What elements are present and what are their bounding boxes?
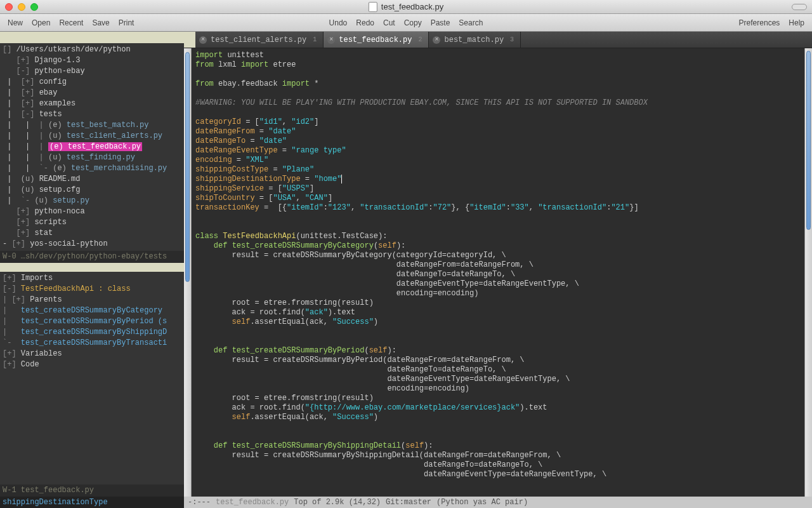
tab-number: 1	[313, 36, 317, 43]
toolbar-search[interactable]: Search	[459, 18, 483, 27]
tab-close-icon[interactable]: ×	[327, 36, 335, 44]
tree-item[interactable]: | `- (u) setup.py	[3, 196, 181, 206]
toolbar-recent[interactable]: Recent	[59, 18, 83, 27]
outline-panel[interactable]: [+] Imports[-] TestFeedbackhApi : class|…	[0, 272, 184, 485]
toolbar-new[interactable]: New	[8, 18, 23, 27]
outline-item[interactable]: | test_createDSRSummaryByShippingD	[3, 327, 181, 338]
tab-test_feedback-py[interactable]: ×test_feedback.py2	[324, 32, 429, 48]
outline-item[interactable]: [+] Code	[3, 359, 181, 370]
window-titlebar: test_feedback.py	[0, 0, 812, 14]
outline-item[interactable]: `- test_createDSRSummaryByTransacti	[3, 338, 181, 349]
tree-item[interactable]: | [-] tests	[3, 109, 181, 120]
tree-item[interactable]: | (u) README.md	[3, 174, 181, 185]
toolbar-redo[interactable]: Redo	[356, 18, 374, 27]
status-flags: -:---	[188, 498, 211, 507]
editor-scrollbar[interactable]	[804, 48, 812, 497]
tree-item[interactable]: | [+] ebay	[3, 88, 181, 98]
tree-item[interactable]: | (u) setup.cfg	[3, 185, 181, 196]
tree-item[interactable]: | [+] examples	[3, 98, 181, 109]
sidebar-scrollbar[interactable]	[184, 48, 192, 497]
outline-item[interactable]: [+] Imports	[3, 273, 181, 284]
tree-item[interactable]: [+] python-noca	[3, 206, 181, 217]
status-filename: test_feedback.py	[216, 498, 289, 507]
outline-item[interactable]: | test_createDSRSummaryByPeriod (s	[3, 316, 181, 327]
minimize-window-button[interactable]	[18, 3, 25, 11]
editor-panel: ×test_client_alerts.py1×test_feedback.py…	[184, 32, 812, 508]
tree-item[interactable]: | | | (u) test_client_alerts.py	[3, 131, 181, 142]
outline-item[interactable]: [-] TestFeedbackhApi : class	[3, 284, 181, 295]
minibuffer[interactable]: shippingDestinationType	[0, 497, 184, 508]
tree-item[interactable]: [-] python-ebay	[3, 66, 181, 77]
file-icon	[369, 2, 377, 12]
tree-item[interactable]: | | | (e) test_feedback.py	[3, 142, 181, 152]
tree-item[interactable]: [+] scripts	[3, 217, 181, 228]
tab-bar: ×test_client_alerts.py1×test_feedback.py…	[184, 32, 812, 48]
status-modes: (Python yas AC pair)	[436, 498, 528, 507]
toolbar-help[interactable]: Help	[789, 18, 804, 27]
close-window-button[interactable]	[5, 3, 13, 11]
editor-status-bar: -:--- test_feedback.py Top of 2.9k (14,3…	[184, 497, 812, 508]
window-title: test_feedback.py	[381, 2, 443, 11]
toolbar-open[interactable]: Open	[32, 18, 50, 27]
tab-label: test_feedback.py	[339, 36, 412, 44]
toolbar-print[interactable]: Print	[119, 18, 134, 27]
tab-test_client_alerts-py[interactable]: ×test_client_alerts.py1	[195, 32, 324, 48]
sidebar: [] /Users/utkarsh/dev/python [+] Django-…	[0, 32, 184, 508]
sidebar-status-w1: W-1 test_feedback.py	[0, 485, 184, 497]
tree-root[interactable]: [] /Users/utkarsh/dev/python	[3, 44, 181, 55]
sidebar-top-strip	[0, 32, 184, 43]
zoom-window-button[interactable]	[30, 3, 38, 11]
sidebar-divider	[0, 263, 184, 272]
toolbar-cut[interactable]: Cut	[383, 18, 395, 27]
tab-number: 3	[510, 36, 514, 43]
toolbar-undo[interactable]: Undo	[329, 18, 348, 27]
tab-label: test_client_alerts.py	[211, 36, 306, 44]
tree-item[interactable]: | | `- (e) test_merchandising.py	[3, 163, 181, 174]
tree-item[interactable]: | | | (u) test_finding.py	[3, 152, 181, 163]
tab-close-icon[interactable]: ×	[199, 36, 207, 44]
toolbar-toggle-button[interactable]	[792, 4, 807, 10]
tree-item[interactable]: | | | (e) test_best_match.py	[3, 120, 181, 131]
toolbar-preferences[interactable]: Preferences	[739, 18, 780, 27]
outline-item[interactable]: | [+] Parents	[3, 295, 181, 305]
outline-item[interactable]: [+] Variables	[3, 349, 181, 359]
tree-item[interactable]: | [+] config	[3, 77, 181, 88]
tab-number: 2	[418, 36, 422, 43]
toolbar-copy[interactable]: Copy	[404, 18, 422, 27]
tree-item[interactable]: [+] Django-1.3	[3, 55, 181, 66]
toolbar: NewOpenRecentSavePrint UndoRedoCutCopyPa…	[0, 14, 812, 32]
outline-item[interactable]: | test_createDSRSummaryByCategory	[3, 305, 181, 316]
tab-label: best_match.py	[444, 36, 504, 44]
tab-close-icon[interactable]: ×	[433, 36, 440, 44]
status-git: Git:master	[386, 498, 431, 507]
tree-item[interactable]: [+] stat	[3, 228, 181, 239]
tab-best_match-py[interactable]: ×best_match.py3	[429, 32, 521, 48]
tab-spacer	[184, 32, 195, 48]
sidebar-status-w0: W-0 …sh/dev/python/python-ebay/tests	[0, 251, 184, 263]
code-editor[interactable]: import unittestfrom lxml import etree fr…	[192, 48, 804, 497]
status-position: Top of 2.9k (14,32)	[294, 498, 381, 507]
traffic-lights	[5, 3, 38, 11]
tree-item[interactable]: - [+] yos-social-python	[3, 239, 181, 250]
toolbar-save[interactable]: Save	[92, 18, 109, 27]
toolbar-paste[interactable]: Paste	[431, 18, 450, 27]
file-tree[interactable]: [] /Users/utkarsh/dev/python [+] Django-…	[0, 43, 184, 251]
